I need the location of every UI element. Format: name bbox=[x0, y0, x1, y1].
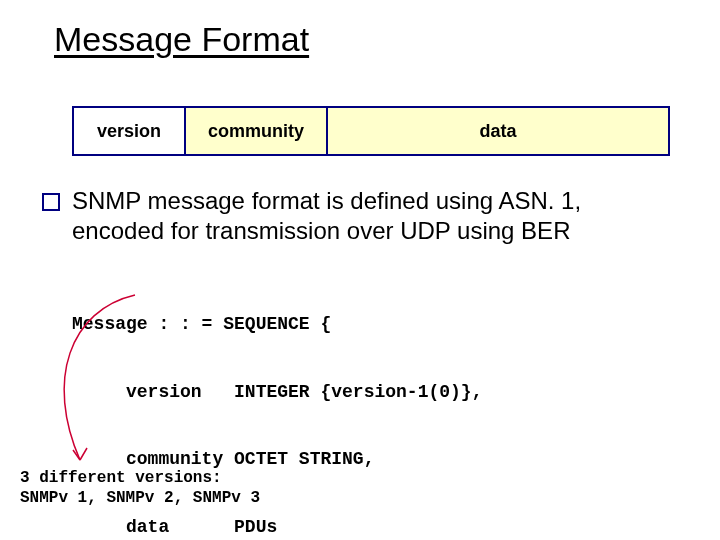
page-title: Message Format bbox=[54, 20, 309, 59]
packet-diagram: version community data bbox=[72, 106, 670, 156]
packet-cell-version: version bbox=[74, 108, 186, 154]
asn1-line: data PDUs bbox=[72, 516, 482, 539]
packet-cell-data: data bbox=[328, 108, 668, 154]
bullet-marker-icon bbox=[42, 193, 60, 211]
asn1-line: version INTEGER {version-1(0)}, bbox=[72, 381, 482, 404]
bullet-text: SNMP message format is defined using ASN… bbox=[72, 186, 672, 246]
asn1-line: Message : : = SEQUENCE { bbox=[72, 313, 482, 336]
footnote-versions: 3 different versions: SNMPv 1, SNMPv 2, … bbox=[20, 468, 260, 508]
packet-cell-community: community bbox=[186, 108, 328, 154]
slide: Message Format version community data SN… bbox=[0, 0, 720, 540]
bullet-item: SNMP message format is defined using ASN… bbox=[42, 186, 672, 246]
